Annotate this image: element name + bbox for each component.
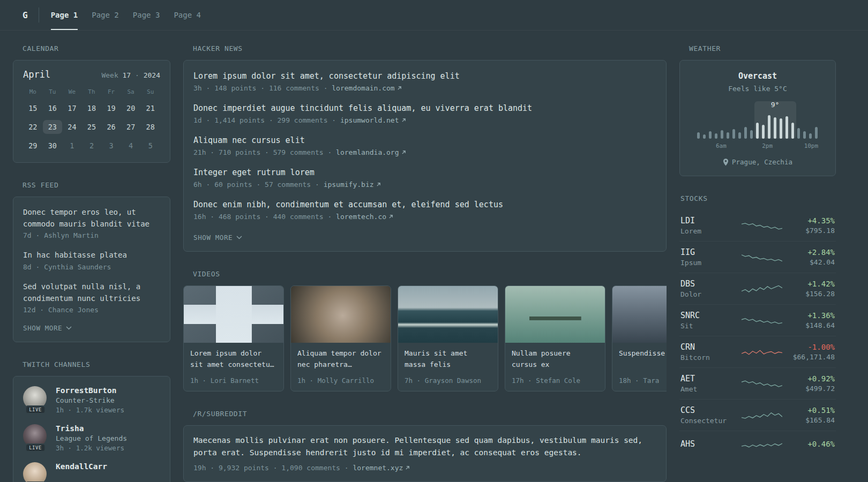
subreddit-domain-link[interactable]: loremnet.xyz [353, 464, 410, 472]
avatar [23, 462, 47, 482]
stock-row[interactable]: AETAmet +0.92%$499.72 [679, 367, 836, 399]
stock-name: Bitcorn [680, 353, 742, 362]
video-meta: 1h · Molly Carrillo [297, 376, 384, 385]
hn-item-title[interactable]: Integer eget rutrum lorem [193, 168, 656, 177]
twitch-channel-row[interactable]: LIVE KendallCarr [23, 462, 160, 482]
subreddit-post-title[interactable]: Maecenas mollis pulvinar erat non posuer… [193, 434, 656, 460]
hn-show-more-button[interactable]: SHOW MORE [193, 234, 656, 242]
hn-item-title[interactable]: Donec enim nibh, condimentum et accumsan… [193, 200, 656, 209]
stock-row[interactable]: LDILorem +4.35%$795.18 [679, 210, 836, 241]
video-card[interactable]: Mauris sit amet massa felis 7h · Grayson… [398, 285, 498, 391]
tab-page-4[interactable]: Page 4 [174, 0, 201, 30]
twitch-channel-name: Trisha [56, 424, 127, 433]
stock-symbol: DBS [680, 279, 742, 289]
stock-price: $165.84 [783, 416, 835, 424]
stock-values: +0.92%$499.72 [783, 374, 835, 393]
hn-item-title[interactable]: Lorem ipsum dolor sit amet, consectetur … [193, 71, 656, 81]
stock-sparkline [742, 437, 782, 452]
video-card[interactable]: Nullam posuere cursus ex 17h · Stefan Co… [505, 285, 605, 391]
rss-show-more-button[interactable]: SHOW MORE [23, 324, 160, 332]
hn-show-more-label: SHOW MORE [193, 234, 233, 242]
hn-domain-link[interactable]: loremtech.co [336, 213, 393, 221]
stock-id: AHS [680, 439, 742, 450]
tab-page-2[interactable]: Page 2 [92, 0, 119, 30]
hn-domain-link[interactable]: loremlandia.org [336, 148, 406, 156]
stock-row[interactable]: SNRCSit +1.36%$148.64 [679, 304, 836, 336]
hn-item-meta: 6h · 60 points · 57 comments · ipsumify.… [193, 180, 656, 189]
hn-domain-link[interactable]: ipsumworld.net [340, 116, 406, 124]
week-label: Week [101, 71, 122, 79]
video-card[interactable]: Aliquam tempor dolor nec pharetra… 1h · … [290, 285, 391, 391]
weather-condition: Overcast [738, 71, 777, 81]
stock-values: +0.51%$165.84 [783, 406, 835, 424]
calendar-section-title: CALENDAR [23, 44, 170, 52]
subreddit-section-title: /R/SUBREDDIT [193, 410, 667, 418]
hn-meta-text: 21h · 710 points · 579 comments · [193, 148, 336, 156]
calendar-day-other-month: 1 [62, 139, 82, 153]
video-thumbnail [398, 286, 498, 343]
location-pin-icon [723, 159, 729, 166]
rss-item-title[interactable]: Donec tempor eros leo, ut commodo mauris… [23, 207, 160, 230]
stock-row[interactable]: CCSConsectetur +0.51%$165.84 [679, 399, 836, 431]
hn-domain-link[interactable]: loremdomain.com [332, 84, 401, 92]
stock-name: Lorem [680, 227, 742, 235]
stock-row[interactable]: CRNBitcorn -1.00%$66,171.48 [679, 336, 836, 367]
stock-name: Ipsum [680, 259, 742, 267]
weekday-header: Su [140, 88, 160, 96]
twitch-channel-game: Counter-Strike [56, 396, 124, 404]
chevron-down-icon [66, 326, 72, 330]
stock-id: LDILorem [680, 216, 742, 235]
calendar-day: 24 [62, 120, 82, 134]
tab-page-3[interactable]: Page 3 [133, 0, 160, 30]
video-meta: 18h · Tara [619, 376, 667, 385]
weekday-header: Sa [121, 88, 141, 96]
hn-item: Lorem ipsum dolor sit amet, consectetur … [193, 71, 656, 92]
hn-item: Integer eget rutrum lorem 6h · 60 points… [193, 168, 656, 189]
hn-meta-text: 3h · 148 points · 116 comments · [193, 84, 332, 92]
stock-row[interactable]: IIGIpsum +2.84%$42.04 [679, 241, 836, 273]
tab-page-1[interactable]: Page 1 [51, 0, 78, 30]
twitch-channel-info: ForrestBurton Counter-Strike 1h · 1.7k v… [56, 386, 124, 414]
hn-item: Donec enim nibh, condimentum et accumsan… [193, 200, 656, 221]
calendar-day: 17 [62, 101, 82, 115]
twitch-channel-row[interactable]: LIVE ForrestBurton Counter-Strike 1h · 1… [23, 386, 160, 414]
right-column: WEATHER Overcast Feels like 5°C 9° 6am 2… [679, 44, 836, 476]
stock-name: Dolor [680, 290, 742, 298]
top-navigation-bar: G Page 1 Page 2 Page 3 Page 4 [0, 0, 868, 31]
live-badge: LIVE [25, 443, 46, 452]
hn-item-title[interactable]: Donec imperdiet augue tincidunt felis al… [193, 103, 656, 113]
calendar-day-other-month: 5 [140, 139, 160, 153]
stock-values: +4.35%$795.18 [783, 216, 835, 235]
week-separator: · [131, 71, 143, 79]
rss-card: Donec tempor eros leo, ut commodo mauris… [13, 197, 170, 342]
stock-change: +1.36% [783, 311, 835, 320]
hn-domain-text: loremdomain.com [332, 84, 394, 92]
external-link-icon [388, 214, 393, 219]
twitch-channel-meta: 1h · 1.7k viewers [56, 406, 124, 414]
calendar-day: 19 [101, 101, 121, 115]
stock-change: +0.46% [783, 440, 835, 448]
hn-item-title[interactable]: Aliquam nec cursus elit [193, 135, 656, 145]
hn-item-meta: 21h · 710 points · 579 comments · loreml… [193, 148, 656, 156]
video-card[interactable]: Suspendisse diam 18h · Tara [612, 285, 667, 391]
video-card[interactable]: Lorem ipsum dolor sit amet consectetu… 1… [183, 285, 284, 391]
twitch-avatar-wrap: LIVE [23, 424, 48, 452]
twitch-channel-row[interactable]: LIVE Trisha League of Legends 3h · 1.2k … [23, 424, 160, 452]
rss-item-meta: 12d · Chance Jones [23, 306, 160, 314]
hn-domain-link[interactable]: ipsumify.biz [324, 180, 381, 189]
stock-values: +0.46% [783, 440, 835, 450]
video-thumbnail [291, 286, 391, 343]
calendar-day: 25 [82, 120, 102, 134]
hacker-news-widget: HACKER NEWS Lorem ipsum dolor sit amet, … [183, 44, 667, 252]
rss-item-title[interactable]: In hac habitasse platea [23, 250, 160, 261]
rss-item-title[interactable]: Sed volutpat nulla nisl, a condimentum n… [23, 281, 160, 304]
twitch-channel-game: League of Legends [56, 434, 127, 442]
stock-sparkline [742, 313, 782, 328]
weather-time-label: 6am [716, 142, 727, 149]
stock-row[interactable]: DBSDolor +1.42%$156.28 [679, 273, 836, 304]
stock-id: AETAmet [680, 374, 742, 393]
weekday-header: Tu [43, 88, 63, 96]
stock-row[interactable]: AHS +0.46% [679, 431, 836, 458]
weather-peak-temp: 9° [771, 101, 780, 109]
video-title: Nullam posuere cursus ex [512, 348, 598, 371]
